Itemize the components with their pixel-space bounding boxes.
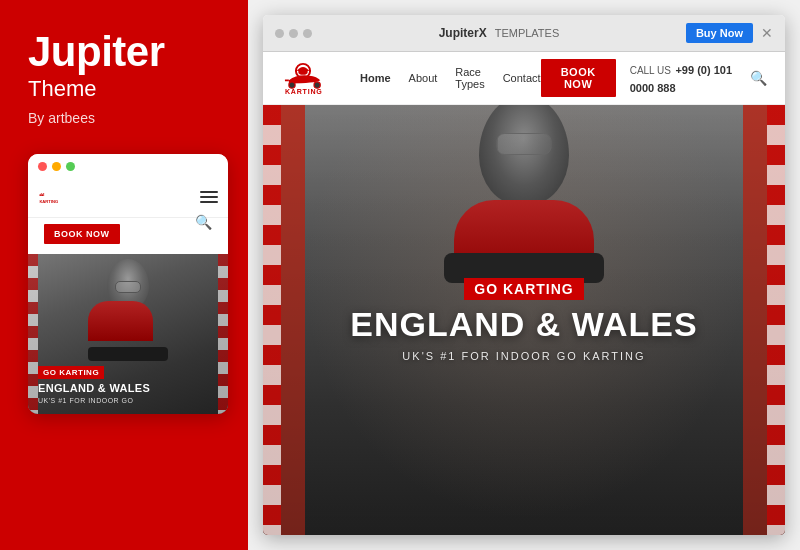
- dot-green: [66, 162, 75, 171]
- kart-logo-icon-mobile: 🏎 KARTING: [38, 183, 76, 211]
- nav-about[interactable]: About: [409, 72, 438, 84]
- close-button[interactable]: ✕: [761, 25, 773, 41]
- mobile-badge: GO KARTING: [38, 366, 104, 379]
- track-line-left: [263, 105, 281, 535]
- mobile-logo: 🏎 KARTING: [38, 183, 76, 211]
- jupiterx-brand-label: JupiterX: [439, 26, 487, 40]
- hero-tagline: UK'S #1 FOR INDOOR GO KARTING: [350, 350, 697, 362]
- mobile-search-icon[interactable]: 🔍: [195, 214, 212, 230]
- mobile-hero-section: GO KARTING ENGLAND & WALES UK'S #1 FOR I…: [28, 254, 228, 414]
- svg-point-5: [314, 82, 320, 88]
- mobile-hero-title: ENGLAND & WALES: [38, 382, 218, 395]
- svg-point-3: [298, 69, 307, 75]
- subtitle-text: Theme: [28, 76, 228, 102]
- mobile-hero-text: GO KARTING ENGLAND & WALES UK'S #1 FOR I…: [38, 361, 218, 404]
- call-us-label: CALL US: [630, 65, 671, 76]
- mobile-preview: 🏎 KARTING BOOK NOW 🔍: [28, 154, 228, 414]
- hero-badge: GO KARTING: [464, 278, 583, 300]
- svg-point-4: [289, 82, 295, 88]
- svg-text:🏎: 🏎: [39, 192, 45, 197]
- left-panel: Jupiter Theme By artbees 🏎 KARTING BOOK …: [0, 0, 248, 550]
- buy-now-button[interactable]: Buy Now: [686, 23, 753, 43]
- mobile-nav: 🏎 KARTING: [28, 177, 228, 218]
- site-logo: KARTING: [281, 58, 336, 98]
- visor: [497, 133, 552, 155]
- theme-title: Jupiter Theme: [28, 30, 228, 102]
- browser-dot-1: [275, 29, 284, 38]
- track-line-right: [767, 105, 785, 535]
- browser-dots: [275, 29, 312, 38]
- site-nav: KARTING Home About Race Types Contact BO…: [263, 52, 785, 105]
- hero-content: GO KARTING ENGLAND & WALES UK'S #1 FOR I…: [350, 278, 697, 361]
- hero-main-title: ENGLAND & WALES: [350, 306, 697, 343]
- author-label: By artbees: [28, 110, 228, 126]
- call-us-info: CALL US +99 (0) 101 0000 888: [630, 60, 736, 96]
- svg-text:KARTING: KARTING: [39, 199, 58, 204]
- nav-right: BOOK NOW CALL US +99 (0) 101 0000 888 🔍: [541, 59, 767, 97]
- hero-section: GO KARTING ENGLAND & WALES UK'S #1 FOR I…: [263, 105, 785, 535]
- right-panel: JupiterX TEMPLATES Buy Now ✕: [248, 0, 800, 550]
- templates-label: TEMPLATES: [495, 27, 560, 39]
- browser-window: JupiterX TEMPLATES Buy Now ✕: [263, 15, 785, 535]
- helmet: [479, 105, 569, 205]
- search-icon-nav[interactable]: 🔍: [750, 70, 767, 86]
- kart-logo-icon: KARTING: [281, 58, 336, 98]
- title-text: Jupiter: [28, 30, 228, 74]
- track-stripe-right: [218, 254, 228, 414]
- dot-red: [38, 162, 47, 171]
- browser-dot-3: [303, 29, 312, 38]
- browser-toolbar: JupiterX TEMPLATES: [439, 26, 560, 40]
- hamburger-icon[interactable]: [200, 191, 218, 203]
- browser-topbar: JupiterX TEMPLATES Buy Now ✕: [263, 15, 785, 52]
- browser-dot-2: [289, 29, 298, 38]
- track-stripe-left: [28, 254, 38, 414]
- nav-links: Home About Race Types Contact: [360, 66, 541, 90]
- book-now-button[interactable]: BOOK NOW: [541, 59, 616, 97]
- person-silhouette-mobile: [88, 259, 168, 361]
- nav-home[interactable]: Home: [360, 72, 391, 84]
- dot-yellow: [52, 162, 61, 171]
- mobile-topbar: [28, 154, 228, 177]
- svg-text:KARTING: KARTING: [285, 89, 323, 96]
- nav-race-types[interactable]: Race Types: [455, 66, 484, 90]
- mobile-book-now-button[interactable]: BOOK NOW: [44, 224, 120, 244]
- mobile-hero-subtitle: UK'S #1 FOR INDOOR GO: [38, 397, 218, 404]
- nav-contact[interactable]: Contact: [503, 72, 541, 84]
